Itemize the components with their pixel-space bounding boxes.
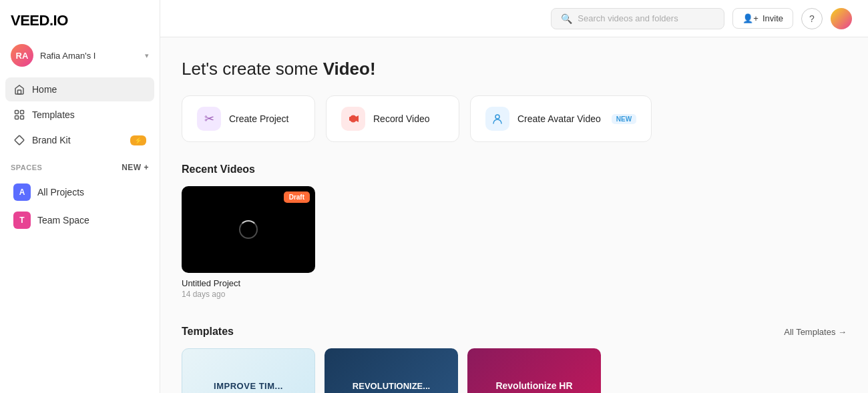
brand-kit-badge: ⚡ (130, 135, 146, 145)
user-menu[interactable]: RA Rafia Aman's I ▾ (0, 39, 160, 75)
video-info: Untitled Project 14 days ago (182, 273, 315, 304)
svg-rect-3 (15, 116, 19, 119)
scissors-icon: ✂ (197, 107, 221, 131)
sidebar-item-home[interactable]: Home (5, 77, 154, 101)
sidebar-item-home-label: Home (32, 84, 57, 95)
sidebar-item-brand-kit[interactable]: Brand Kit ⚡ (5, 128, 154, 152)
create-avatar-label: Create Avatar Video (517, 113, 601, 124)
help-button[interactable]: ? (801, 8, 823, 29)
avatar-icon (485, 107, 509, 131)
template-3-text: Revolutionize HR (495, 380, 572, 391)
sidebar: VEED.IO RA Rafia Aman's I ▾ Home (0, 0, 160, 393)
spaces-section-header: SPACES New + (0, 155, 160, 176)
svg-rect-0 (18, 90, 21, 94)
sidebar-item-brand-kit-label: Brand Kit (32, 135, 71, 145)
create-project-card[interactable]: ✂ Create Project (182, 95, 315, 142)
all-templates-link[interactable]: All Templates → (784, 327, 847, 337)
space-item-team-space[interactable]: T Team Space (5, 207, 154, 234)
header-avatar[interactable] (831, 8, 852, 29)
invite-button[interactable]: 👤+ Invite (732, 8, 793, 29)
diamond-icon (13, 134, 25, 146)
sidebar-item-templates-label: Templates (32, 109, 75, 120)
headline-bold: Video! (323, 59, 376, 79)
spaces-label: SPACES (11, 163, 42, 171)
template-card-2[interactable]: REVOLUTIONIZE... + (324, 348, 458, 393)
template-card-3[interactable]: Revolutionize HR Contact + (467, 348, 601, 393)
space-label-team-space: Team Space (37, 215, 89, 226)
spaces-new-button[interactable]: New + (122, 163, 149, 172)
video-title: Untitled Project (182, 278, 315, 288)
recent-videos-title: Recent Videos (182, 163, 255, 175)
svg-marker-8 (356, 115, 359, 122)
templates-title: Templates (182, 326, 234, 338)
record-video-label: Record Video (373, 113, 430, 124)
recent-videos-header: Recent Videos (182, 163, 847, 175)
main-area: 🔍 Search videos and folders 👤+ Invite ? … (160, 0, 868, 393)
svg-rect-4 (21, 116, 24, 119)
headline-prefix: Let's create some (182, 59, 323, 79)
sidebar-nav: Home Templates Brand Kit ⚡ (0, 75, 160, 155)
svg-rect-5 (15, 135, 24, 145)
invite-label: Invite (763, 13, 783, 23)
svg-rect-7 (349, 117, 355, 121)
spaces-list: A All Projects T Team Space (0, 176, 160, 236)
content-area: Let's create some Video! ✂ Create Projec… (160, 37, 868, 393)
header: 🔍 Search videos and folders 👤+ Invite ? (160, 0, 868, 37)
invite-icon: 👤+ (742, 13, 758, 23)
video-thumbnail: Draft (182, 186, 315, 273)
space-label-all-projects: All Projects (37, 187, 84, 198)
home-icon (13, 83, 25, 95)
space-badge-a: A (13, 183, 31, 201)
record-icon (341, 107, 365, 131)
templates-section-header: Templates All Templates → (182, 326, 847, 338)
chevron-down-icon: ▾ (145, 51, 149, 60)
template-1-text: IMPROVE TIM... (214, 381, 283, 391)
page-headline: Let's create some Video! (182, 59, 847, 79)
loading-spinner (239, 220, 258, 239)
new-badge: NEW (612, 114, 636, 124)
help-icon: ? (809, 13, 815, 24)
video-draft-badge: Draft (284, 191, 310, 203)
templates-grid: IMPROVE TIM... + REVOLUTIONIZE... + Revo… (182, 348, 847, 393)
svg-point-9 (495, 115, 499, 119)
create-project-label: Create Project (229, 113, 288, 124)
search-icon: 🔍 (561, 13, 572, 24)
avatar: RA (11, 44, 33, 67)
svg-rect-1 (15, 111, 19, 114)
create-avatar-card[interactable]: Create Avatar Video NEW (470, 95, 652, 142)
user-name: Rafia Aman's I (40, 51, 138, 61)
action-cards: ✂ Create Project Record Video Create Ava… (182, 95, 847, 142)
grid-icon (13, 109, 25, 121)
recent-videos-grid: Draft Untitled Project 14 days ago (182, 186, 847, 304)
sidebar-item-templates[interactable]: Templates (5, 103, 154, 127)
search-bar[interactable]: 🔍 Search videos and folders (551, 8, 724, 29)
logo: VEED.IO (0, 0, 160, 39)
svg-rect-2 (21, 111, 24, 114)
video-card[interactable]: Draft Untitled Project 14 days ago (182, 186, 315, 304)
search-placeholder: Search videos and folders (578, 13, 678, 23)
video-date: 14 days ago (182, 290, 315, 299)
template-card-1[interactable]: IMPROVE TIM... + (182, 348, 315, 393)
space-badge-t: T (13, 212, 31, 229)
space-item-all-projects[interactable]: A All Projects (5, 179, 154, 206)
template-2-text: REVOLUTIONIZE... (353, 381, 430, 391)
record-video-card[interactable]: Record Video (326, 95, 459, 142)
